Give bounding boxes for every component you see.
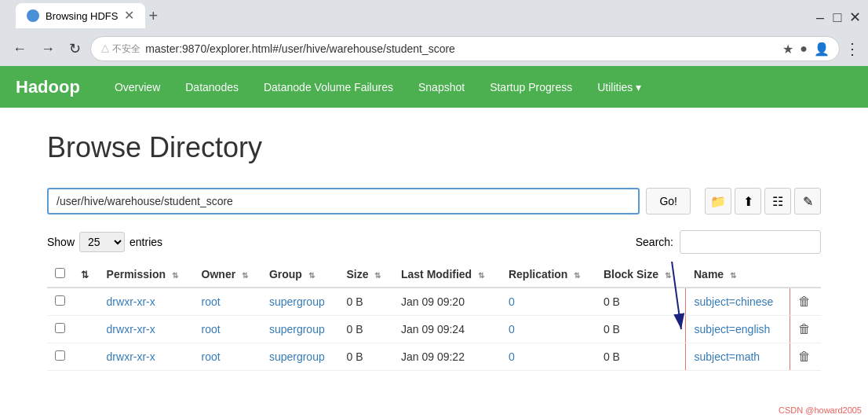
permission-link-1[interactable]: drwxr-xr-x <box>107 323 155 336</box>
col-block-size[interactable]: Block Size ⇅ <box>596 262 686 288</box>
col-sort-icon[interactable]: ⇅ <box>73 262 99 288</box>
nav-items: Overview Datanodes Datanode Volume Failu… <box>104 75 652 100</box>
size-1: 0 B <box>339 316 393 343</box>
group-2: supergroup <box>269 350 325 363</box>
bookmark-icon[interactable]: ★ <box>782 42 793 57</box>
block-size-0: 0 B <box>596 288 686 316</box>
search-input[interactable] <box>680 230 821 254</box>
nav-datanode-volume-failures[interactable]: Datanode Volume Failures <box>253 75 404 100</box>
col-size[interactable]: Size ⇅ <box>339 262 393 288</box>
refresh-button[interactable]: ↻ <box>64 37 86 60</box>
name-link-0[interactable]: subject=chinese <box>694 295 773 308</box>
entries-label: entries <box>129 236 162 248</box>
address-bar[interactable]: master:9870/explorer.html#/user/hive/war… <box>145 42 771 55</box>
table-row: drwxr-xr-x root supergroup 0 B Jan 09 09… <box>47 316 821 343</box>
name-link-2[interactable]: subject=math <box>694 350 760 363</box>
browser-menu-button[interactable]: ⋮ <box>844 39 860 58</box>
page-title: Browse Directory <box>47 131 821 164</box>
group-0: supergroup <box>269 295 325 308</box>
owner-0: root <box>202 295 221 308</box>
minimize-button[interactable]: – <box>815 10 826 21</box>
name-link-1[interactable]: subject=english <box>694 323 770 336</box>
file-table-wrapper: ⇅ Permission ⇅ Owner ⇅ Group ⇅ <box>47 262 821 371</box>
col-name[interactable]: Name ⇅ <box>686 262 790 288</box>
col-group[interactable]: Group ⇅ <box>261 262 339 288</box>
replication-2[interactable]: 0 <box>509 350 515 363</box>
search-label: Search: <box>636 236 673 248</box>
folder-action-button[interactable]: 📁 <box>705 188 731 214</box>
table-row: drwxr-xr-x root supergroup 0 B Jan 09 09… <box>47 288 821 316</box>
go-button[interactable]: Go! <box>646 188 691 214</box>
active-tab[interactable]: Browsing HDFS ✕ <box>16 3 145 28</box>
close-button[interactable]: ✕ <box>849 10 860 21</box>
name-cell-0: subject=chinese <box>686 288 790 316</box>
table-row: drwxr-xr-x root supergroup 0 B Jan 09 09… <box>47 343 821 371</box>
col-last-modified[interactable]: Last Modified ⇅ <box>393 262 501 288</box>
nav-datanodes[interactable]: Datanodes <box>174 75 250 100</box>
delete-button-2[interactable]: 🗑 <box>798 350 811 364</box>
replication-0[interactable]: 0 <box>509 295 515 308</box>
permission-link-2[interactable]: drwxr-xr-x <box>107 350 155 363</box>
col-permission[interactable]: Permission ⇅ <box>99 262 194 288</box>
extensions-icon[interactable]: ● <box>800 42 808 57</box>
upload-action-button[interactable]: ⬆ <box>735 188 761 214</box>
edit-action-button[interactable]: ✎ <box>794 188 821 214</box>
last-modified-1: Jan 09 09:24 <box>393 316 501 343</box>
watermark: CSDN @howard2005 <box>779 405 862 415</box>
forward-button[interactable]: → <box>36 38 60 60</box>
name-cell-2: subject=math <box>686 343 790 371</box>
col-replication[interactable]: Replication ⇅ <box>501 262 596 288</box>
file-table: ⇅ Permission ⇅ Owner ⇅ Group ⇅ <box>47 262 821 371</box>
maximize-button[interactable]: □ <box>832 10 843 21</box>
security-badge: △ 不安全 <box>100 42 140 56</box>
entries-select[interactable]: 25 50 100 <box>79 232 125 252</box>
delete-button-1[interactable]: 🗑 <box>798 322 811 336</box>
col-owner[interactable]: Owner ⇅ <box>194 262 261 288</box>
row-checkbox-2[interactable] <box>55 350 65 361</box>
select-all-checkbox[interactable] <box>55 268 65 278</box>
size-0: 0 B <box>339 288 393 316</box>
col-actions <box>790 262 821 288</box>
show-label: Show <box>47 236 75 248</box>
profile-icon[interactable]: 👤 <box>814 42 830 57</box>
block-size-2: 0 B <box>596 343 686 371</box>
owner-2: root <box>202 350 221 363</box>
row-checkbox-0[interactable] <box>55 295 65 306</box>
last-modified-0: Jan 09 09:20 <box>393 288 501 316</box>
list-action-button[interactable]: ☷ <box>764 188 791 214</box>
tab-close-button[interactable]: ✕ <box>124 9 134 22</box>
owner-1: root <box>202 323 221 336</box>
main-navbar: Hadoop Overview Datanodes Datanode Volum… <box>0 66 868 108</box>
delete-button-0[interactable]: 🗑 <box>798 295 811 309</box>
replication-1[interactable]: 0 <box>509 323 515 336</box>
nav-startup-progress[interactable]: Startup Progress <box>479 75 583 100</box>
group-1: supergroup <box>269 323 325 336</box>
nav-overview[interactable]: Overview <box>104 75 171 100</box>
table-controls: Show 25 50 100 entries Search: <box>47 230 821 254</box>
block-size-1: 0 B <box>596 316 686 343</box>
nav-utilities[interactable]: Utilities ▾ <box>586 75 652 100</box>
brand-logo: Hadoop <box>16 77 80 97</box>
tab-title: Browsing HDFS <box>46 10 118 22</box>
path-bar: Go! 📁 ⬆ ☷ ✎ <box>47 188 821 214</box>
new-tab-button[interactable]: + <box>148 7 158 25</box>
name-cell-1: subject=english <box>686 316 790 343</box>
nav-snapshot[interactable]: Snapshot <box>407 75 476 100</box>
row-checkbox-1[interactable] <box>55 323 65 333</box>
path-input[interactable] <box>47 188 640 214</box>
back-button[interactable]: ← <box>8 38 31 60</box>
permission-link-0[interactable]: drwxr-xr-x <box>107 295 155 308</box>
last-modified-2: Jan 09 09:22 <box>393 343 501 371</box>
tab-favicon <box>27 9 39 22</box>
size-2: 0 B <box>339 343 393 371</box>
